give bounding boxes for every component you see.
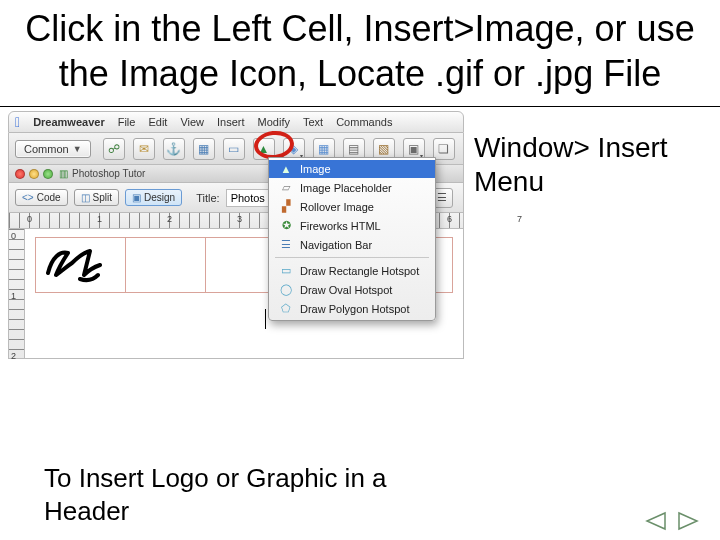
image-dropdown-menu: ▲Image ▱Image Placeholder ▞Rollover Imag… [268, 157, 436, 321]
image-icon: ▲ [258, 142, 270, 156]
minimize-icon[interactable] [29, 169, 39, 179]
menubar-item-modify[interactable]: Modify [258, 116, 290, 128]
ruler-tick: 2 [11, 351, 16, 361]
comment-icon: ▧ [378, 142, 389, 156]
menubar-item-insert[interactable]: Insert [217, 116, 245, 128]
ruler-tick: 1 [97, 214, 102, 224]
insert-toolbar: Common ▼ ☍ ✉ ⚓ ▦ ▭ ▲▾ ◈▾ ▦ ▤ ▧ ▣▾ ❏ ▲Ima… [8, 133, 464, 165]
zoom-icon[interactable] [43, 169, 53, 179]
menu-item-label: Image [300, 163, 331, 175]
tag-icon: ❏ [438, 142, 449, 156]
title-label: Title: [196, 192, 219, 204]
menu-item-image-placeholder[interactable]: ▱Image Placeholder [269, 178, 435, 197]
menu-item-label: Rollover Image [300, 201, 374, 213]
split-icon: ◫ [81, 192, 90, 203]
table-cell-middle[interactable] [126, 238, 206, 292]
hyperlink-button[interactable]: ☍ [103, 138, 125, 160]
image-icon: ▲ [279, 163, 293, 175]
table-cell-left[interactable] [36, 238, 126, 292]
named-anchor-button[interactable]: ⚓ [163, 138, 185, 160]
menubar-item-text[interactable]: Text [303, 116, 323, 128]
mac-menubar:  Dreamweaver File Edit View Insert Modi… [8, 111, 464, 133]
svg-marker-1 [679, 513, 697, 529]
ruler-tick: 7 [517, 214, 522, 224]
next-slide-button[interactable] [676, 510, 702, 532]
menu-item-draw-polygon-hotspot[interactable]: ⬠Draw Polygon Hotspot [269, 299, 435, 318]
polygon-icon: ⬠ [279, 302, 293, 315]
oval-icon: ◯ [279, 283, 293, 296]
view-label: Code [37, 192, 61, 203]
ruler-vertical: 0 1 2 [9, 229, 25, 358]
media-icon: ◈ [289, 142, 298, 156]
insert-category-dropdown[interactable]: Common ▼ [15, 140, 91, 158]
close-icon[interactable] [15, 169, 25, 179]
insert-category-label: Common [24, 143, 69, 155]
menu-item-label: Draw Rectangle Hotspot [300, 265, 419, 277]
menubar-item-file[interactable]: File [118, 116, 136, 128]
view-label: Design [144, 192, 175, 203]
ruler-tick: 6 [447, 214, 452, 224]
ruler-tick: 2 [167, 214, 172, 224]
view-label: Split [93, 192, 112, 203]
menu-item-label: Fireworks HTML [300, 220, 381, 232]
document-tab-label: Photoshop Tutor [72, 168, 145, 179]
rollover-icon: ▞ [279, 200, 293, 213]
table-icon: ▦ [198, 142, 209, 156]
menu-item-rollover-image[interactable]: ▞Rollover Image [269, 197, 435, 216]
menu-item-draw-oval-hotspot[interactable]: ◯Draw Oval Hotspot [269, 280, 435, 299]
view-split-button[interactable]: ◫Split [74, 189, 119, 206]
prev-slide-button[interactable] [642, 510, 668, 532]
side-annotation: Window> Insert Menu [464, 107, 720, 198]
calendar-icon: ▦ [318, 142, 329, 156]
menu-item-navigation-bar[interactable]: ☰Navigation Bar [269, 235, 435, 254]
menu-item-image[interactable]: ▲Image [269, 160, 435, 178]
table-button[interactable]: ▦ [193, 138, 215, 160]
code-icon: <> [22, 192, 34, 203]
menubar-item-edit[interactable]: Edit [148, 116, 167, 128]
layer-icon: ▭ [228, 142, 239, 156]
svg-marker-0 [647, 513, 665, 529]
ruler-tick: 0 [11, 231, 16, 241]
view-design-button[interactable]: ▣Design [125, 189, 182, 206]
menubar-item-view[interactable]: View [180, 116, 204, 128]
design-icon: ▣ [132, 192, 141, 203]
document-icon: ▤ [348, 142, 359, 156]
menubar-app-name[interactable]: Dreamweaver [33, 116, 105, 128]
view-code-button[interactable]: <>Code [15, 189, 68, 206]
menu-item-label: Draw Oval Hotspot [300, 284, 392, 296]
document-tab[interactable]: ▥ Photoshop Tutor [59, 168, 145, 179]
slide-nav [642, 510, 702, 532]
template-icon: ▣ [408, 142, 419, 156]
bottom-caption: To Insert Logo or Graphic in a Header [44, 462, 474, 527]
ruler-tick: 3 [237, 214, 242, 224]
chevron-down-icon: ▼ [73, 144, 82, 154]
ruler-tick: 1 [11, 291, 16, 301]
logo-image [42, 245, 112, 285]
app-screenshot:  Dreamweaver File Edit View Insert Modi… [8, 111, 464, 359]
placeholder-icon: ▱ [279, 181, 293, 194]
slide-title: Click in the Left Cell, Insert>Image, or… [0, 0, 720, 107]
layer-button[interactable]: ▭ [223, 138, 245, 160]
menu-item-label: Draw Polygon Hotspot [300, 303, 409, 315]
mail-icon: ✉ [139, 142, 149, 156]
page-icon: ▥ [59, 168, 68, 179]
rectangle-icon: ▭ [279, 264, 293, 277]
fireworks-icon: ✪ [279, 219, 293, 232]
text-cursor [265, 309, 266, 329]
menu-divider [275, 257, 429, 258]
anchor-icon: ⚓ [166, 142, 181, 156]
menu-item-fireworks-html[interactable]: ✪Fireworks HTML [269, 216, 435, 235]
list-icon: ☰ [437, 191, 447, 204]
window-controls [15, 169, 53, 179]
menu-item-draw-rect-hotspot[interactable]: ▭Draw Rectangle Hotspot [269, 261, 435, 280]
menu-item-label: Image Placeholder [300, 182, 392, 194]
ruler-tick: 0 [27, 214, 32, 224]
apple-icon[interactable]:  [15, 114, 20, 130]
menubar-item-commands[interactable]: Commands [336, 116, 392, 128]
link-icon: ☍ [108, 142, 120, 156]
navbar-icon: ☰ [279, 238, 293, 251]
content-row:  Dreamweaver File Edit View Insert Modi… [0, 107, 720, 359]
menu-item-label: Navigation Bar [300, 239, 372, 251]
email-link-button[interactable]: ✉ [133, 138, 155, 160]
